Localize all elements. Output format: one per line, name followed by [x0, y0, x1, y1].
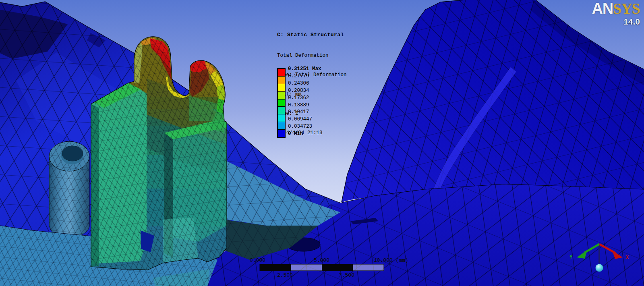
cylinder-bore [62, 146, 83, 161]
scale-ruler [260, 264, 384, 271]
cylinder-boss-mesh [49, 141, 89, 238]
model-scene [0, 0, 644, 286]
z-axis-ball[interactable] [596, 264, 603, 272]
viewport-3d[interactable]: C: Static Structural Total Deformation T… [0, 0, 644, 286]
